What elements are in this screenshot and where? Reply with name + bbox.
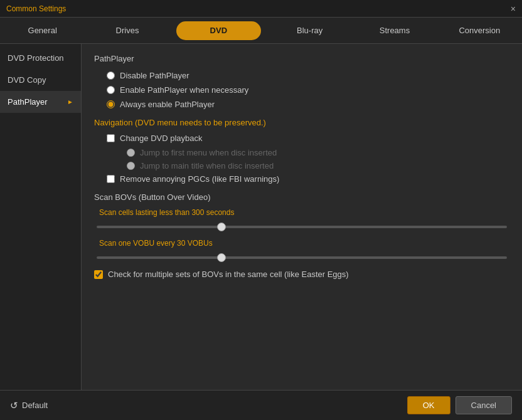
slider1-container: Scan cells lasting less than 300 seconds xyxy=(94,208,509,230)
sidebar: DVD Protection DVD Copy PathPlayer ► xyxy=(0,44,82,390)
tab-general[interactable]: General xyxy=(0,18,85,43)
close-button[interactable]: × xyxy=(511,4,516,13)
sub-radio-jump-main: Jump to main title when disc inserted xyxy=(127,161,509,171)
slider2-container: Scan one VOBU every 30 VOBUs xyxy=(94,239,509,261)
sidebar-label-pathplayer: PathPlayer xyxy=(8,97,48,107)
bov-title: Scan BOVs (Button Over Video) xyxy=(94,192,509,202)
radio-enable-necessary-input[interactable] xyxy=(107,86,115,94)
slider2-label: Scan one VOBU every 30 VOBUs xyxy=(99,239,507,248)
navigation-section: Navigation (DVD menu needs to be preserv… xyxy=(94,118,509,184)
change-dvd-label: Change DVD playback xyxy=(120,134,203,143)
main-content: DVD Protection DVD Copy PathPlayer ► Pat… xyxy=(0,44,522,390)
window-title: Common Settings xyxy=(6,4,66,13)
sidebar-label-dvd-protection: DVD Protection xyxy=(8,53,64,63)
action-buttons: OK Cancel xyxy=(407,396,512,414)
tab-drives[interactable]: Drives xyxy=(85,18,169,43)
cancel-button[interactable]: Cancel xyxy=(455,396,512,414)
change-dvd-playback-option[interactable]: Change DVD playback xyxy=(107,134,509,143)
sidebar-item-dvd-copy[interactable]: DVD Copy xyxy=(0,69,81,91)
tab-bluray[interactable]: Blu-ray xyxy=(267,18,352,43)
jump-main-radio xyxy=(127,162,135,170)
radio-always-enable-input[interactable] xyxy=(107,100,115,108)
change-dvd-checkbox[interactable] xyxy=(107,134,115,142)
bov-section: Scan BOVs (Button Over Video) Scan cells… xyxy=(94,192,509,279)
check-multiple-bov-option[interactable]: Check for multiple sets of BOVs in the s… xyxy=(94,270,509,279)
radio-enable-necessary[interactable]: Enable PathPlayer when necessary xyxy=(107,85,509,95)
tab-streams[interactable]: Streams xyxy=(352,18,437,43)
radio-enable-necessary-label: Enable PathPlayer when necessary xyxy=(120,85,248,95)
tab-conversion[interactable]: Conversion xyxy=(437,18,522,43)
title-bar: Common Settings × xyxy=(0,0,522,18)
jump-first-radio xyxy=(127,149,135,157)
content-area: PathPlayer Disable PathPlayer Enable Pat… xyxy=(82,44,522,390)
jump-main-label: Jump to main title when disc inserted xyxy=(140,161,274,171)
navigation-label: Navigation (DVD menu needs to be preserv… xyxy=(94,118,509,127)
ok-button[interactable]: OK xyxy=(407,396,450,414)
jump-first-label: Jump to first menu when disc inserted xyxy=(140,148,277,157)
sidebar-item-pathplayer[interactable]: PathPlayer ► xyxy=(0,91,81,113)
remove-pgcs-checkbox[interactable] xyxy=(107,175,115,183)
pathplayer-radio-group: Disable PathPlayer Enable PathPlayer whe… xyxy=(107,71,509,109)
sidebar-label-dvd-copy: DVD Copy xyxy=(8,75,46,85)
remove-pgcs-option[interactable]: Remove annoying PGCs (like FBI warnings) xyxy=(107,174,509,184)
bottom-bar: ↺ Default OK Cancel xyxy=(0,390,522,420)
tab-dvd[interactable]: DVD xyxy=(176,21,261,40)
default-button[interactable]: ↺ Default xyxy=(10,400,48,411)
reset-icon: ↺ xyxy=(10,400,18,411)
dvd-playback-sub-options: Jump to first menu when disc inserted Ju… xyxy=(127,148,509,171)
radio-always-enable[interactable]: Always enable PathPlayer xyxy=(107,100,509,109)
radio-disable-label: Disable PathPlayer xyxy=(120,71,189,80)
remove-pgcs-label: Remove annoying PGCs (like FBI warnings) xyxy=(120,174,279,184)
default-label: Default xyxy=(22,401,48,410)
sub-radio-jump-first: Jump to first menu when disc inserted xyxy=(127,148,509,157)
slider1-label: Scan cells lasting less than 300 seconds xyxy=(99,208,507,217)
slider2-input[interactable] xyxy=(97,256,507,259)
radio-disable[interactable]: Disable PathPlayer xyxy=(107,71,509,80)
tab-bar: General Drives DVD Blu-ray Streams Conve… xyxy=(0,18,522,44)
radio-disable-input[interactable] xyxy=(107,71,115,80)
sidebar-item-dvd-protection[interactable]: DVD Protection xyxy=(0,47,81,69)
section-title: PathPlayer xyxy=(94,54,509,63)
chevron-right-icon: ► xyxy=(67,98,73,105)
check-multiple-label: Check for multiple sets of BOVs in the s… xyxy=(108,270,349,279)
slider1-input[interactable] xyxy=(97,226,507,228)
check-multiple-checkbox[interactable] xyxy=(94,270,103,279)
radio-always-enable-label: Always enable PathPlayer xyxy=(120,100,215,109)
